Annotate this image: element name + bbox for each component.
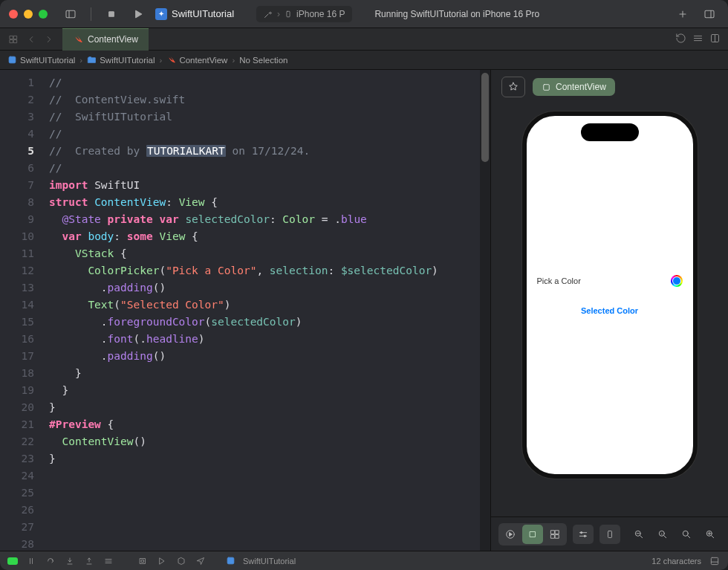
add-button[interactable]: [673, 6, 692, 22]
iphone-preview-frame: Pick a Color Selected Color: [522, 111, 698, 479]
debug-hierarchy-icon[interactable]: [156, 557, 168, 566]
svg-line-37: [712, 535, 714, 537]
swift-file-icon: [166, 55, 176, 65]
svg-rect-21: [551, 530, 555, 534]
preview-badge-label: ContentView: [556, 82, 606, 92]
svg-rect-23: [551, 534, 555, 538]
preview-mode-group: [498, 523, 567, 545]
zoom-window-button[interactable]: [39, 10, 48, 19]
preview-device-button[interactable]: [599, 525, 620, 544]
step-over-icon[interactable]: [45, 557, 56, 566]
preview-canvas[interactable]: Pick a Color Selected Color: [491, 104, 728, 516]
svg-rect-51: [227, 557, 234, 564]
code-content[interactable]: //// ContentView.swift// SwiftUITutorial…: [42, 70, 490, 551]
debug-3d-icon[interactable]: [175, 557, 187, 566]
svg-rect-18: [544, 84, 550, 90]
code-editor[interactable]: 1234567891011121314151617181920212223242…: [0, 70, 490, 551]
svg-rect-0: [66, 10, 75, 17]
library-button[interactable]: [700, 6, 719, 22]
breadcrumb-selection[interactable]: No Selection: [239, 56, 287, 65]
struct-icon: [542, 82, 551, 92]
pin-preview-button[interactable]: [501, 77, 525, 97]
tab-bar: ContentView: [0, 28, 728, 51]
color-picker-row[interactable]: Pick a Color: [537, 275, 683, 287]
svg-rect-9: [14, 36, 17, 39]
status-bar: SwiftUITutorial 12 characters: [0, 551, 728, 570]
app-icon: ✦: [155, 8, 167, 20]
build-success-indicator[interactable]: [7, 557, 18, 565]
step-into-icon[interactable]: [64, 557, 76, 566]
jump-bar[interactable]: SwiftUITutorial › SwiftUITutorial › Cont…: [0, 51, 728, 70]
svg-line-35: [688, 535, 690, 537]
svg-rect-52: [711, 557, 718, 564]
editor-tab[interactable]: ContentView: [62, 28, 149, 51]
preview-toolbar: ContentView: [491, 70, 728, 104]
preview-panel: ContentView Pick a Color Selected Color: [490, 70, 728, 551]
debug-location-icon[interactable]: [195, 557, 207, 566]
debug-process-name[interactable]: SwiftUITutorial: [243, 557, 296, 566]
debug-memory-icon[interactable]: [137, 557, 149, 566]
tab-filename: ContentView: [88, 34, 138, 45]
variants-button[interactable]: [545, 525, 565, 544]
svg-rect-50: [142, 560, 144, 562]
vertical-scrollbar[interactable]: [480, 70, 490, 551]
pause-icon[interactable]: [25, 557, 37, 566]
scrollbar-thumb[interactable]: [481, 73, 489, 162]
device-name: iPhone 16 P: [296, 9, 345, 19]
zoom-out-button[interactable]: [628, 525, 649, 544]
adjust-editor-icon[interactable]: [692, 33, 703, 46]
activity-status: Running SwiftUITutorial on iPhone 16 Pro: [374, 9, 666, 19]
scheme-selector[interactable]: ✦ SwiftUITutorial: [155, 8, 234, 20]
svg-line-32: [664, 535, 666, 537]
svg-rect-11: [14, 39, 17, 42]
preview-content: Pick a Color Selected Color: [527, 116, 693, 474]
run-button[interactable]: [129, 6, 148, 22]
refresh-icon[interactable]: [675, 33, 686, 46]
svg-rect-8: [10, 36, 13, 39]
live-preview-button[interactable]: [500, 525, 521, 544]
preview-target-badge[interactable]: ContentView: [533, 78, 615, 96]
preview-bottom-toolbar: 1: [491, 516, 728, 551]
related-items-icon[interactable]: [6, 32, 21, 47]
nav-back-button[interactable]: [24, 32, 39, 47]
device-settings-button[interactable]: [573, 525, 594, 544]
svg-rect-10: [10, 39, 13, 42]
svg-rect-27: [608, 531, 612, 537]
selection-info: 12 characters: [651, 557, 701, 566]
zoom-fit-button[interactable]: 1: [652, 525, 673, 544]
breadcrumb-project[interactable]: SwiftUITutorial: [20, 56, 75, 65]
breadcrumb-file[interactable]: ContentView: [179, 56, 227, 65]
toggle-navigator-icon[interactable]: [61, 6, 80, 22]
swift-file-icon: [73, 34, 83, 45]
selected-color-text: Selected Color: [537, 306, 683, 315]
main-area: 1234567891011121314151617181920212223242…: [0, 70, 728, 551]
zoom-in-button[interactable]: [700, 525, 721, 544]
color-well-icon[interactable]: [671, 275, 683, 287]
zoom-controls: 1: [628, 525, 721, 544]
svg-point-26: [584, 535, 585, 537]
close-window-button[interactable]: [9, 10, 18, 19]
zoom-actual-button[interactable]: [676, 525, 697, 544]
svg-rect-22: [556, 530, 559, 534]
svg-rect-6: [705, 10, 714, 17]
app-icon: [226, 556, 235, 566]
device-selector[interactable]: › iPhone 16 P: [256, 6, 352, 22]
svg-rect-2: [109, 11, 114, 16]
toggle-debug-area-icon[interactable]: [709, 556, 721, 566]
svg-rect-49: [140, 558, 146, 563]
selectable-preview-button[interactable]: [522, 525, 543, 544]
project-name: SwiftUITutorial: [172, 8, 234, 19]
svg-text:1: 1: [661, 531, 663, 535]
step-out-icon[interactable]: [83, 557, 95, 566]
stop-button[interactable]: [102, 6, 121, 22]
svg-rect-24: [556, 534, 559, 538]
window-controls: [9, 10, 48, 19]
hammer-icon: [264, 10, 273, 19]
breadcrumb-folder[interactable]: SwiftUITutorial: [100, 56, 155, 65]
nav-forward-button[interactable]: [42, 32, 56, 47]
minimize-window-button[interactable]: [24, 10, 33, 19]
debug-view-icon[interactable]: [103, 557, 114, 566]
titlebar: ✦ SwiftUITutorial › iPhone 16 P Running …: [0, 0, 728, 28]
add-editor-icon[interactable]: [709, 33, 721, 46]
separator: [91, 7, 91, 21]
